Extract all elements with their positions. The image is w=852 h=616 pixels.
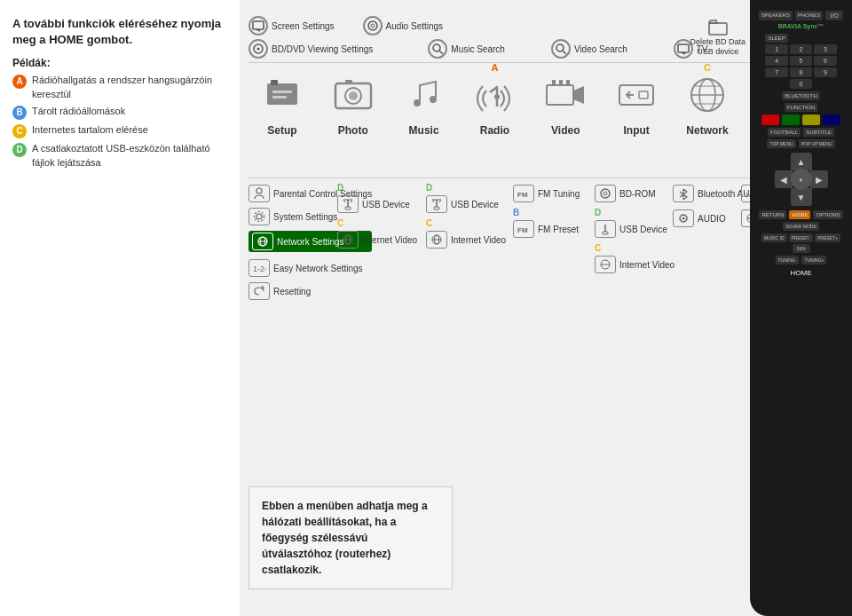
fm-tuning-btn[interactable]: FM FM Tuning <box>513 185 580 202</box>
badge-b: B <box>12 106 27 120</box>
col3-internet-btn[interactable]: C Internet Video <box>426 220 506 249</box>
num4-btn[interactable]: 4 <box>765 56 787 66</box>
dpad-right[interactable]: ▶ <box>810 170 828 188</box>
svg-point-2 <box>368 21 377 30</box>
svg-point-22 <box>430 96 437 103</box>
preset-plus-btn[interactable]: PRESET+ <box>815 233 840 242</box>
col3-usb-label: USB Device <box>451 200 499 209</box>
col5-internet-label: Internet Video <box>619 260 674 270</box>
svg-rect-27 <box>566 80 570 86</box>
bddvd-icon <box>248 39 268 59</box>
main-text: A további funkciók eléréséhez nyomja meg… <box>12 16 227 48</box>
num9-btn[interactable]: 9 <box>814 67 836 77</box>
dpad-center[interactable]: ● <box>791 169 812 190</box>
example-a-text: Rádióhallgatás a rendszer hangsugárzóin … <box>32 74 227 101</box>
phones-btn[interactable]: PHONES <box>795 11 823 20</box>
col5-usb-icon <box>595 220 616 238</box>
num5-btn[interactable]: 5 <box>790 56 812 66</box>
resetting-label: Resetting <box>273 287 311 296</box>
num3-btn[interactable]: 3 <box>814 44 836 54</box>
tooltip-text: Ebben a menüben adhatja meg a hálózati b… <box>262 500 428 576</box>
svg-rect-15 <box>272 91 292 93</box>
football-btn[interactable]: FOOTBALL <box>768 128 801 137</box>
bdrom-btn[interactable]: BD-ROM <box>595 185 674 202</box>
input-btn[interactable]: Input <box>612 71 660 137</box>
tuning-plus-btn[interactable]: TUNING+ <box>801 256 826 265</box>
num7-btn[interactable]: 7 <box>765 67 787 77</box>
svg-rect-25 <box>552 80 556 86</box>
tuning-minus-btn[interactable]: TUNING- <box>776 256 800 265</box>
col5-internet-btn[interactable]: C Internet Video <box>595 245 674 273</box>
col2-d-badge: D <box>337 183 343 193</box>
easy-network-btn[interactable]: 1-2-3 Easy Network Settings <box>248 259 372 277</box>
preset-minus-btn[interactable]: PRESET- <box>789 233 813 242</box>
dpad[interactable]: ▲ ▼ ◀ ▶ ● <box>775 153 828 206</box>
svg-point-52 <box>601 189 610 198</box>
music-btn[interactable]: Music <box>400 71 448 137</box>
col3-usb-icon <box>426 195 447 213</box>
num2-btn[interactable]: 2 <box>790 44 812 54</box>
setup-btn[interactable]: Setup <box>258 71 306 137</box>
io-btn[interactable]: I/O <box>825 11 843 20</box>
svg-point-36 <box>256 214 262 219</box>
num6-btn[interactable]: 6 <box>814 56 836 66</box>
network-btn[interactable]: C Network <box>683 71 731 137</box>
top-menu-btn[interactable]: TOP MENU <box>767 139 795 148</box>
num1-btn[interactable]: 1 <box>765 44 787 54</box>
col5-usb-btn[interactable]: D USB Device <box>595 209 674 238</box>
col3-usb-btn[interactable]: D USB Device <box>426 185 506 213</box>
example-c: C Internetes tartalom elérése <box>12 123 227 138</box>
video-btn[interactable]: Video <box>541 71 589 137</box>
video-search-icon <box>551 39 571 59</box>
system-label: System Settings <box>273 212 337 222</box>
resetting-icon <box>248 282 270 300</box>
bluetooth-remote-btn[interactable]: BLUETOOTH <box>782 91 820 100</box>
dpad-down[interactable]: ▼ <box>791 188 812 206</box>
col5-c-badge: C <box>595 243 601 253</box>
main-icons-row: Setup Photo Mus <box>240 71 750 137</box>
example-b-text: Tárolt rádióállomások <box>32 105 125 118</box>
num0-btn[interactable]: 0 <box>790 79 812 89</box>
speakers-btn[interactable]: SPEAKERS <box>759 11 793 20</box>
delete-bd-btn[interactable]: Delete BD Data USB device <box>690 20 746 57</box>
home-remote-label: HOME <box>791 269 812 277</box>
music-search-icon <box>428 39 447 59</box>
home-btn[interactable]: HOME <box>789 210 810 219</box>
network-label: Network <box>686 124 728 137</box>
red-btn[interactable] <box>761 115 779 125</box>
video-search-btn[interactable]: Video Search <box>551 39 627 59</box>
resetting-btn[interactable]: Resetting <box>248 282 372 300</box>
radio-btn[interactable]: A Radio <box>470 71 518 137</box>
bdrom-icon <box>595 185 616 202</box>
yellow-btn[interactable] <box>802 115 820 125</box>
svg-rect-13 <box>267 83 297 105</box>
dpad-up[interactable]: ▲ <box>791 153 812 170</box>
col2-internet-btn[interactable]: C Internet Video <box>337 220 417 249</box>
svg-rect-14 <box>271 80 278 85</box>
function-btn[interactable]: FUNCTION <box>785 103 817 112</box>
return-btn[interactable]: RETURN <box>759 210 786 219</box>
bddvd-settings-btn[interactable]: BD/DVD Viewing Settings <box>248 39 373 59</box>
video-icon <box>541 71 589 119</box>
col2-usb-btn[interactable]: D USB Device <box>337 185 417 213</box>
fm-preset-btn[interactable]: B FM FM Preset <box>513 209 580 238</box>
sleep-btn[interactable]: SLEEP <box>765 34 787 43</box>
music-id-btn[interactable]: MUSIC ID <box>761 233 787 242</box>
sound-mode-btn[interactable]: SOUND MODE <box>783 222 818 231</box>
green-btn[interactable] <box>782 115 800 125</box>
sub-col-2: D USB Device C Internet Video <box>337 185 417 249</box>
badge-c: C <box>12 124 27 138</box>
dpad-left[interactable]: ◀ <box>775 170 793 188</box>
num8-btn[interactable]: 8 <box>790 67 812 77</box>
audio-settings-btn[interactable]: Audio Settings <box>363 16 444 36</box>
sen-btn[interactable]: SEN <box>793 244 810 253</box>
photo-btn[interactable]: Photo <box>329 71 377 137</box>
example-a: A Rádióhallgatás a rendszer hangsugárzói… <box>12 74 227 101</box>
screen-settings-btn[interactable]: Screen Settings <box>248 16 335 36</box>
music-search-btn[interactable]: Music Search <box>428 39 505 59</box>
options-btn[interactable]: OPTIONS <box>813 210 842 219</box>
subtitle-btn[interactable]: SUBTITLE <box>803 128 834 137</box>
blue-btn[interactable] <box>823 115 840 125</box>
popup-menu-btn[interactable]: POP UP MENU <box>799 139 835 148</box>
svg-point-23 <box>494 94 500 99</box>
